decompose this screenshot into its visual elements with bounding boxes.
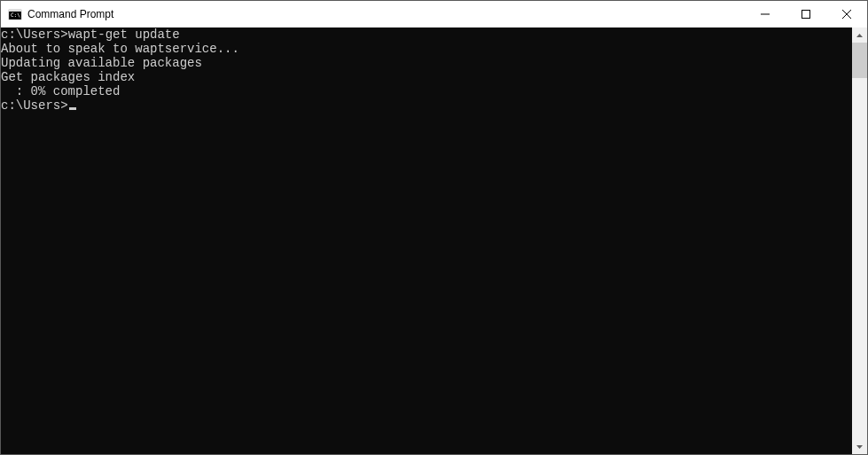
command-prompt-window: C:\ Command Prompt c:\Us <box>0 0 868 455</box>
content-area: c:\Users>wapt-get updateAbout to speak t… <box>1 27 867 454</box>
cmd-icon: C:\ <box>8 7 22 21</box>
terminal-line: Updating available packages <box>1 56 852 70</box>
terminal-line: Get packages index <box>1 70 852 84</box>
chevron-up-icon <box>856 34 863 37</box>
scrollbar-down-button[interactable] <box>852 439 867 454</box>
scrollbar-thumb[interactable] <box>852 43 867 78</box>
window-controls <box>745 1 867 27</box>
svg-marker-8 <box>856 445 863 449</box>
terminal-prompt: c:\Users> <box>1 98 68 113</box>
terminal-line: : 0% completed <box>1 84 852 98</box>
chevron-down-icon <box>856 445 863 449</box>
terminal-line: About to speak to waptservice... <box>1 42 852 56</box>
vertical-scrollbar[interactable] <box>852 27 867 454</box>
minimize-icon <box>761 10 770 19</box>
scrollbar-track[interactable] <box>852 43 867 439</box>
close-button[interactable] <box>826 1 867 27</box>
terminal-line: c:\Users>wapt-get update <box>1 27 852 42</box>
close-icon <box>842 10 851 19</box>
maximize-button[interactable] <box>786 1 826 27</box>
terminal-prompt-line: c:\Users> <box>1 98 852 113</box>
svg-marker-7 <box>856 34 863 37</box>
titlebar[interactable]: C:\ Command Prompt <box>1 1 867 27</box>
maximize-icon <box>802 10 810 19</box>
minimize-button[interactable] <box>745 1 786 27</box>
svg-rect-4 <box>802 11 810 19</box>
scrollbar-up-button[interactable] <box>852 27 867 43</box>
svg-text:C:\: C:\ <box>11 12 20 18</box>
terminal-output[interactable]: c:\Users>wapt-get updateAbout to speak t… <box>1 27 852 454</box>
window-title: Command Prompt <box>27 8 745 20</box>
cursor-icon <box>69 107 76 110</box>
